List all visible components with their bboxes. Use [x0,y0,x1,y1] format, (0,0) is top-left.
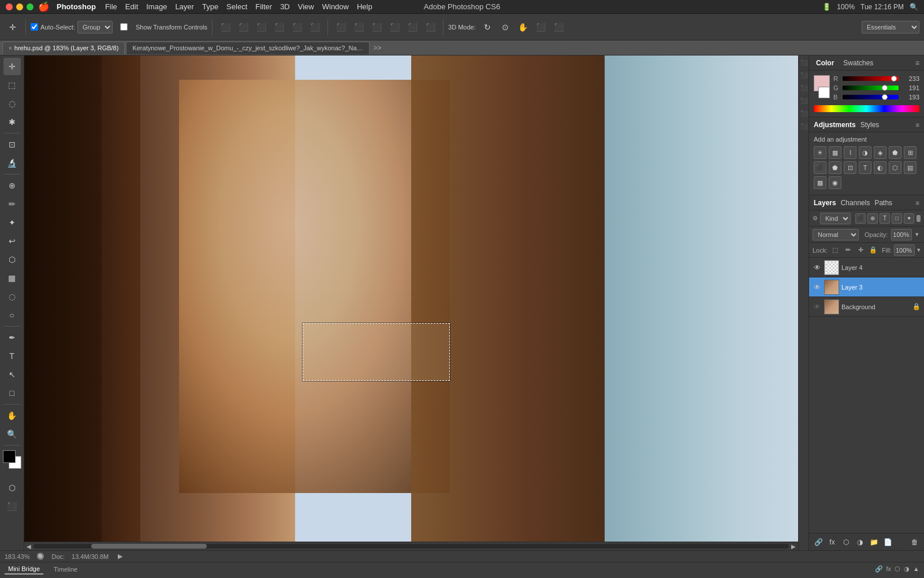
blur-tool[interactable]: ◌ [3,288,21,305]
actions-icon[interactable]: ⬛ [799,121,808,131]
filter-type-icon[interactable]: T [880,213,890,224]
scroll-right-arrow[interactable]: ▶ [791,543,796,550]
channels-icon[interactable]: ⬛ [799,83,808,92]
layers-tab[interactable]: Layers [814,199,836,207]
move-tool-button[interactable]: ✛ [5,19,21,35]
exposure-adj-icon[interactable]: ◑ [859,146,871,159]
layer4-visibility[interactable]: 👁 [813,263,822,272]
blue-thumb[interactable] [882,94,888,100]
layer-mask-icon[interactable]: ⬡ [840,536,852,548]
healing-brush-tool[interactable]: ⊕ [3,177,21,194]
brush-tool[interactable]: ✏ [3,195,21,213]
lasso-tool[interactable]: ◌ [3,95,21,112]
crop-tool[interactable]: ⊡ [3,136,21,153]
gradient-tool[interactable]: ▦ [3,269,21,287]
horizontal-scrollbar[interactable]: ◀ ▶ [24,542,798,550]
workspace-selector[interactable]: Essentials [862,21,919,34]
marquee-tool[interactable]: ⬚ [3,76,21,94]
dist-top[interactable]: ⬛ [333,19,349,35]
layer-item-background[interactable]: 👁 Background 🔒 [809,297,924,317]
hue-sat-adj-icon[interactable]: ⬟ [889,146,901,159]
history-icon[interactable]: ⬛ [799,109,808,118]
shape-tool[interactable]: □ [3,384,21,402]
color-panel-expand[interactable]: ≡ [915,59,919,67]
app-name[interactable]: Photoshop [57,2,96,11]
transform-controls-checkbox[interactable] [120,23,128,31]
mini-bridge-mask-icon[interactable]: ⬡ [895,565,900,573]
layer-fx-icon[interactable]: fx [826,536,838,548]
fill-input[interactable] [894,244,915,256]
channels-tab[interactable]: Channels [841,199,870,207]
channel-mixer-adj-icon[interactable]: ⊡ [844,161,856,174]
menu-layer[interactable]: Layer [175,2,194,11]
paths-tab[interactable]: Paths [874,199,892,207]
dist-left[interactable]: ⬛ [386,19,403,35]
hand-tool[interactable]: ✋ [3,407,21,424]
background-visibility[interactable]: 👁 [813,302,822,312]
auto-select-checkbox[interactable] [31,23,38,31]
dist-hcenter[interactable]: ⬛ [404,19,420,35]
menu-3d[interactable]: 3D [280,2,290,11]
bw-adj-icon[interactable]: ⬛ [814,161,826,174]
close-button[interactable] [6,3,13,10]
filter-kind-select[interactable]: Kind [820,213,851,224]
move-tool[interactable]: ✛ [3,58,21,75]
canvas-area[interactable]: ◀ ▶ [24,55,798,550]
mini-bridge-collapse-icon[interactable]: ▲ [913,565,919,573]
layer-group-icon[interactable]: 📁 [868,536,880,548]
3d-rotate[interactable]: ↻ [479,19,495,35]
opacity-input[interactable] [891,229,912,240]
maximize-button[interactable] [27,3,33,10]
layers-panel-toggle[interactable]: ⬛ [799,58,808,67]
dist-right[interactable]: ⬛ [422,19,438,35]
red-thumb[interactable] [891,76,897,81]
dodge-tool[interactable]: ○ [3,306,21,324]
lock-all-icon[interactable]: 🔒 [868,245,878,255]
layer-item-layer4[interactable]: 👁 Layer 4 [809,258,924,277]
menu-select[interactable]: Select [226,2,247,11]
dist-vcenter[interactable]: ⬛ [351,19,367,35]
menu-image[interactable]: Image [146,2,167,11]
color-balance-adj-icon[interactable]: ⊞ [904,146,916,159]
lock-image-icon[interactable]: ✏ [843,245,853,255]
timeline-tab[interactable]: Timeline [50,565,81,574]
blue-slider[interactable] [843,95,899,99]
menu-window[interactable]: Window [322,2,349,11]
vibrance-adj-icon[interactable]: ◈ [874,146,886,159]
magic-wand-tool[interactable]: ✱ [3,113,21,131]
paths-icon[interactable]: ⬛ [799,96,808,105]
minimize-button[interactable] [16,3,23,10]
layer3-visibility[interactable]: 👁 [813,283,822,292]
menu-file[interactable]: File [105,2,117,11]
invert-adj-icon[interactable]: ◐ [874,161,886,174]
green-slider[interactable] [843,86,899,90]
eraser-tool[interactable]: ⬡ [3,251,21,268]
styles-tab[interactable]: Styles [860,121,880,129]
align-left[interactable]: ⬛ [271,19,287,35]
menu-edit[interactable]: Edit [125,2,138,11]
mini-bridge-tab[interactable]: Mini Bridge [5,564,43,575]
threshold-adj-icon[interactable]: ▤ [904,161,916,174]
layers-panel-expand[interactable]: ≡ [916,199,919,206]
filter-smart-icon[interactable]: ✦ [904,213,914,224]
scrollbar-thumb[interactable] [91,544,207,549]
selective-color-adj-icon[interactable]: ◉ [829,176,841,189]
mini-bridge-chain-icon[interactable]: 🔗 [875,565,883,573]
eyedropper-tool[interactable]: 🔬 [3,154,21,172]
photo-filter-adj-icon[interactable]: ⬟ [829,161,841,174]
doc-size-icon[interactable]: 🔘 [36,553,44,560]
menu-type[interactable]: Type [202,2,218,11]
curves-adj-icon[interactable]: ⌇ [844,146,856,159]
swatches-tab[interactable]: Swatches [841,58,875,68]
layer-link-icon[interactable]: 🔗 [813,536,824,548]
doc-info-expand[interactable]: ▶ [118,553,122,560]
menu-view[interactable]: View [298,2,314,11]
brightness-adj-icon[interactable]: ☀ [814,146,826,159]
history-brush-tool[interactable]: ↩ [3,232,21,250]
3d-roll[interactable]: ⊙ [497,19,513,35]
pen-tool[interactable]: ✒ [3,329,21,346]
tab-close-1[interactable]: × [9,45,12,51]
align-vcenter[interactable]: ⬛ [235,19,251,35]
filter-pixel-icon[interactable]: ⬛ [855,213,866,224]
lock-position-icon[interactable]: ✛ [855,245,866,255]
